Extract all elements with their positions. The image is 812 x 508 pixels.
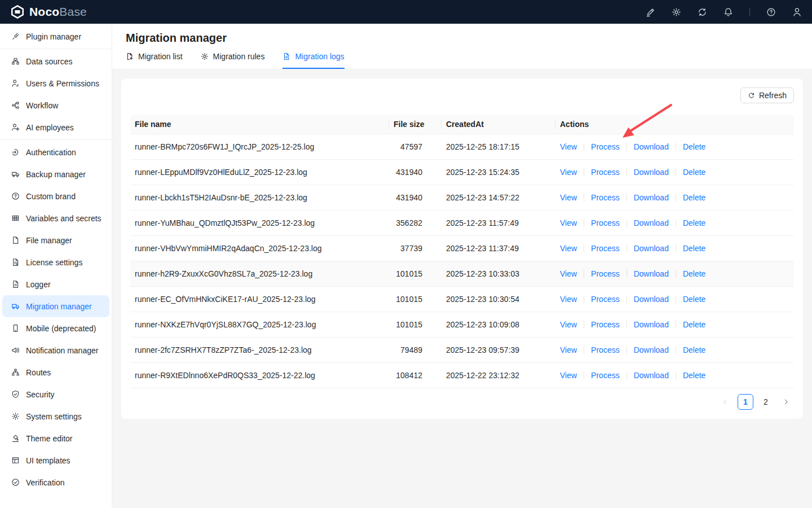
sidebar-item-label: Workflow [26, 101, 58, 110]
top-bar: NocoBase [0, 0, 812, 24]
process-link[interactable]: Process [591, 320, 620, 329]
view-link[interactable]: View [560, 168, 577, 177]
sidebar-item-plugin-manager[interactable]: Plugin manager [2, 25, 109, 47]
settings-gear-icon[interactable] [672, 7, 681, 17]
sidebar-item-mobile[interactable]: Mobile (deprecated) [2, 317, 109, 339]
delete-link[interactable]: Delete [683, 218, 705, 227]
sidebar-item-variables-secrets[interactable]: Variables and secrets [2, 207, 109, 229]
refresh-button[interactable]: Refresh [740, 87, 794, 103]
delete-link[interactable]: Delete [683, 269, 705, 278]
process-link[interactable]: Process [591, 295, 620, 304]
process-link[interactable]: Process [591, 269, 620, 278]
pagination-page-1[interactable]: 1 [738, 394, 753, 410]
delete-link[interactable]: Delete [683, 142, 705, 151]
sidebar-item-ui-templates[interactable]: UI templates [2, 449, 109, 471]
sidebar-item-logger[interactable]: Logger [2, 273, 109, 295]
download-link[interactable]: Download [634, 218, 669, 227]
sidebar-item-workflow[interactable]: Workflow [2, 94, 109, 116]
sidebar-item-users-permissions[interactable]: Users & Permissions [2, 72, 109, 94]
action-divider [626, 270, 627, 278]
delete-link[interactable]: Delete [683, 345, 705, 354]
pagination-prev-icon[interactable] [717, 394, 733, 410]
action-divider [584, 143, 584, 151]
sync-icon[interactable] [698, 7, 707, 17]
view-link[interactable]: View [560, 371, 577, 380]
delete-link[interactable]: Delete [683, 320, 705, 329]
download-link[interactable]: Download [634, 244, 669, 253]
action-divider [626, 371, 627, 379]
download-link[interactable]: Download [634, 345, 669, 354]
paint-icon [11, 434, 20, 443]
delete-link[interactable]: Delete [683, 295, 705, 304]
delete-link[interactable]: Delete [683, 371, 705, 380]
sidebar-item-migration-manager[interactable]: Migration manager [2, 295, 109, 317]
tab-migration-rules[interactable]: Migration rules [201, 52, 265, 69]
pagination-page-2[interactable]: 2 [758, 394, 774, 410]
view-link[interactable]: View [560, 345, 577, 354]
sidebar-item-system-settings[interactable]: System settings [2, 405, 109, 427]
process-link[interactable]: Process [591, 371, 620, 380]
table-row: runner-VHbVwYmmiHMIR2qAdaqCn_2025-12-23.… [130, 235, 794, 261]
view-link[interactable]: View [560, 269, 577, 278]
download-link[interactable]: Download [634, 295, 669, 304]
process-link[interactable]: Process [591, 168, 620, 177]
sidebar: Plugin manager Data sources Users & Perm… [0, 24, 112, 508]
sidebar-item-ai-employees[interactable]: AI employees [2, 116, 109, 138]
cell-file-name: runner-BRMpc720s6FW1J_IQrcJP_2025-12-25.… [130, 134, 389, 159]
help-icon[interactable] [766, 7, 776, 17]
action-divider [584, 194, 584, 202]
tab-migration-logs[interactable]: Migration logs [283, 52, 344, 69]
view-link[interactable]: View [560, 295, 577, 304]
sidebar-item-theme-editor[interactable]: Theme editor [2, 427, 109, 449]
sidebar-item-routes[interactable]: Routes [2, 361, 109, 383]
cell-created-at: 2025-12-23 15:24:35 [442, 159, 555, 185]
tab-migration-list[interactable]: Migration list [126, 52, 183, 69]
cell-created-at: 2025-12-23 10:30:54 [442, 286, 555, 312]
action-divider [584, 168, 584, 176]
view-link[interactable]: View [560, 244, 577, 253]
sidebar-item-label: Authentication [26, 148, 76, 157]
download-link[interactable]: Download [634, 320, 669, 329]
truck-icon [11, 302, 20, 310]
action-divider [626, 168, 627, 176]
download-link[interactable]: Download [634, 269, 669, 278]
pagination-next-icon[interactable] [778, 394, 794, 410]
sidebar-item-label: UI templates [26, 456, 70, 465]
view-link[interactable]: View [560, 320, 577, 329]
delete-link[interactable]: Delete [683, 244, 705, 253]
sidebar-item-file-manager[interactable]: File manager [2, 229, 109, 251]
user-key-icon [11, 79, 20, 87]
sidebar-item-custom-brand[interactable]: Custom brand [2, 185, 109, 207]
sidebar-item-license-settings[interactable]: License settings [2, 251, 109, 273]
cell-created-at: 2025-12-23 10:33:03 [442, 261, 555, 286]
delete-link[interactable]: Delete [683, 193, 705, 202]
sidebar-item-verification[interactable]: Verification [2, 471, 109, 493]
highlighter-icon[interactable] [646, 7, 655, 17]
cell-file-size: 101015 [394, 320, 422, 329]
notifications-bell-icon[interactable] [723, 7, 733, 17]
sidebar-item-data-sources[interactable]: Data sources [2, 50, 109, 72]
process-link[interactable]: Process [591, 142, 620, 151]
process-link[interactable]: Process [591, 193, 620, 202]
view-link[interactable]: View [560, 142, 577, 151]
view-link[interactable]: View [560, 193, 577, 202]
user-avatar-icon[interactable] [792, 7, 802, 17]
sidebar-item-label: Plugin manager [26, 32, 81, 41]
workflow-icon [11, 101, 20, 110]
table-row: runner-BRMpc720s6FW1J_IQrcJP_2025-12-25.… [130, 134, 794, 159]
delete-link[interactable]: Delete [683, 168, 705, 177]
download-link[interactable]: Download [634, 142, 669, 151]
download-link[interactable]: Download [634, 371, 669, 380]
sidebar-item-backup-manager[interactable]: Backup manager [2, 163, 109, 185]
view-link[interactable]: View [560, 218, 577, 227]
sidebar-item-authentication[interactable]: Authentication [2, 141, 109, 163]
sidebar-item-notification-manager[interactable]: Notification manager [2, 339, 109, 361]
table-row: runner-Lbckh1sT5H2IAuDsnr-bE_2025-12-23.… [130, 185, 794, 210]
process-link[interactable]: Process [591, 218, 620, 227]
process-link[interactable]: Process [591, 244, 620, 253]
process-link[interactable]: Process [591, 345, 620, 354]
download-link[interactable]: Download [634, 168, 669, 177]
download-link[interactable]: Download [634, 193, 669, 202]
sidebar-item-security[interactable]: Security [2, 383, 109, 405]
nocobase-logo-icon [10, 5, 25, 19]
